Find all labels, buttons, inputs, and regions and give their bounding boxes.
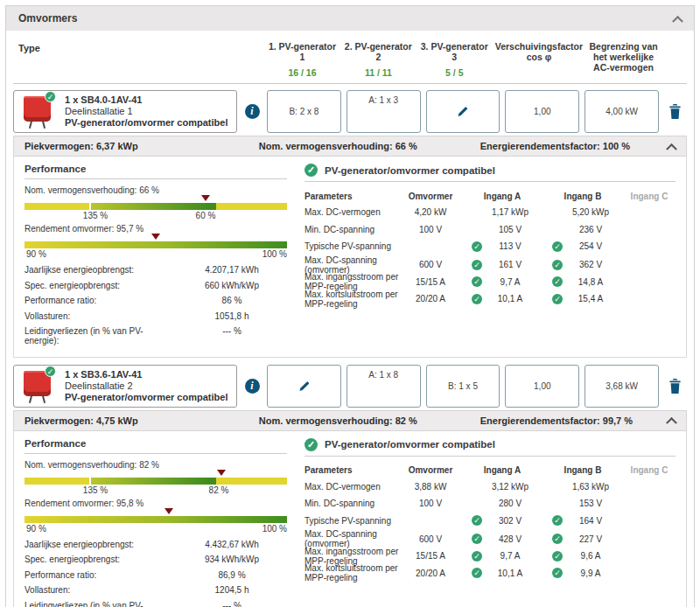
check-icon: ✓ [304,438,318,451]
parameters-table-header: Parameters Omvormer Ingang A Ingang B In… [304,463,676,478]
delete-icon[interactable] [668,379,682,394]
inverter-image: ✓ [19,94,56,129]
stat-row: Vollasturen:1204,5 h [24,585,287,595]
compatible-check-icon: ✓ [45,91,56,102]
param-row: Max. DC-spanning (omvormer) 600 V ✓428 V… [304,529,676,547]
peak-power: Piekvermogen: 4,75 kWp [24,415,259,426]
performance-stats: Jaarlijkse energieopbrengst:4.432,67 kWh… [24,540,287,607]
inverter-2-device[interactable]: ✓ 1 x SB3.6-1AV-41 Deelinstallatie 2 PV-… [13,365,237,408]
type-column-header: Type [13,41,237,78]
inverter-2-gen3-config[interactable]: B: 1 x 5 [426,365,500,408]
info-icon[interactable]: i [245,379,260,394]
inverter-row-2: ✓ 1 x SB3.6-1AV-41 Deelinstallatie 2 PV-… [13,365,687,408]
gauge-tick: 90 % [26,249,46,259]
collapse-chevron-icon[interactable] [672,15,683,26]
omvormers-panel: Omvormers Type 1. PV-generator 1 16 / 16… [5,5,695,607]
check-icon: ✓ [472,241,482,252]
inverter-name: 1 x SB4.0-1AV-41 [65,94,228,106]
inverter-2-gen2-config[interactable]: A: 1 x 8 [346,365,421,408]
pv-generator-1-header: 1. PV-generator 1 16 / 16 [267,41,338,78]
inverter-2-summary-bar: Piekvermogen: 4,75 kWp Nom. vermogensver… [13,410,687,431]
ac-limit-header: Begrenzing van het werkelijke AC-vermoge… [588,41,659,78]
gauge-tick: 60 % [196,211,216,220]
inverter-2-ac-limit[interactable]: 3,68 kW [584,365,659,408]
subinstallation-label: Deelinstallatie 1 [65,106,228,117]
check-icon: ✓ [472,294,482,304]
check-icon: ✓ [552,241,563,252]
check-icon: ✓ [472,568,482,578]
check-icon: ✓ [472,276,482,287]
check-icon: ✓ [552,515,563,526]
nominal-power-ratio: Nom. vermogensverhouding: 66 % [259,141,480,151]
inverter-1-device[interactable]: ✓ 1 x SB4.0-1AV-41 Deelinstallatie 1 PV-… [13,90,237,133]
stat-row: Jaarlijkse energieopbrengst:4.432,67 kWh [24,540,287,549]
stat-row: Spec. energieopbrengst:660 kWh/kWp [24,281,287,290]
stat-row: Leidingverliezen (in % van PV-energie):-… [24,601,287,607]
check-icon: ✓ [472,551,482,562]
peak-power: Piekvermogen: 6,37 kWp [24,141,259,151]
gauge-tick: 135 % [83,211,108,220]
performance-title: Performance [24,438,287,454]
inverter-1-ac-limit[interactable]: 4,00 kW [584,90,659,133]
nominal-ratio-gauge: Nom. vermogensverhouding: 82 % 135 % 82 … [24,460,287,496]
inverter-row-1: ✓ 1 x SB4.0-1AV-41 Deelinstallatie 1 PV-… [13,90,687,133]
performance-stats: Jaarlijkse energieopbrengst:4.207,17 kWh… [24,265,287,345]
param-row: Max. kortsluitstroom per MPP-regeling 20… [304,290,676,307]
pv-generator-2-count: 11 / 11 [343,67,414,78]
pv-generator-3-header: 3. PV-generator 3 5 / 5 [419,41,490,78]
stat-row: Vollasturen:1051,8 h [24,311,287,321]
column-header-row: Type 1. PV-generator 1 16 / 16 2. PV-gen… [13,41,687,78]
stat-row: Jaarlijkse energieopbrengst:4.207,17 kWh [24,265,287,275]
collapse-chevron-icon[interactable] [666,143,677,154]
parameters-table-header: Parameters Omvormer Ingang A Ingang B In… [304,188,676,204]
inverter-1-gen1-config[interactable]: B: 2 x 8 [267,90,341,133]
check-icon: ✓ [552,568,563,578]
subinstallation-label: Deelinstallatie 2 [65,380,228,392]
edit-icon [298,380,311,393]
inverter-efficiency-gauge: Rendement omvormer: 95,7 % 90 % 100 % [24,224,287,260]
inverter-image: ✓ [19,368,56,404]
gauge-tick: 135 % [83,485,108,495]
panel-title: Omvormers [18,12,77,24]
delete-icon[interactable] [668,104,682,119]
inverter-efficiency-gauge: Rendement omvormer: 95,8 % 90 % 100 % [24,499,287,534]
check-icon: ✓ [552,551,563,562]
param-row: Max. ingangsstroom per MPP-regeling 15/1… [304,272,676,290]
pv-generator-1-count: 16 / 16 [267,67,338,78]
inverter-1-detail-panel: Performance Nom. vermogensverhouding: 66… [13,157,687,358]
stat-row: Leidingverliezen (in % van PV-energie):-… [24,326,287,345]
nominal-power-ratio: Nom. vermogensverhouding: 82 % [259,415,480,426]
parameters-table: Parameters Omvormer Ingang A Ingang B In… [304,463,676,581]
param-row: Max. DC-vermogen 4,20 kW ✓1,17 kWp ✓5,20… [304,204,676,221]
collapse-chevron-icon[interactable] [666,417,677,429]
compatibility-title: ✓ PV-generator/omvormer compatibel [304,438,676,457]
stat-row: Performance ratio:86 % [24,296,287,305]
param-row: Max. DC-vermogen 3,88 kW ✓3,12 kWp ✓1,63… [304,478,676,496]
header-divider [13,83,687,84]
gauge-marker-icon [164,508,173,519]
gauge-tick: 100 % [262,524,287,534]
compatibility-label: PV-generator/omvormer compatibel [65,117,228,129]
gauge-tick: 100 % [262,249,287,259]
param-row: Typische PV-spanning ✓302 V ✓164 V [304,513,676,530]
edit-icon [456,105,469,118]
check-icon: ✓ [472,260,482,270]
inverter-1-gen2-config[interactable]: A: 1 x 3 [346,90,421,133]
inverter-1-gen3-config[interactable] [426,90,500,133]
compatibility-label: PV-generator/omvormer compatibel [65,392,228,403]
gauge-tick: 90 % [26,524,46,534]
inverter-2-cosphi[interactable]: 1,00 [505,365,579,408]
check-icon: ✓ [552,534,563,544]
pv-generator-3-count: 5 / 5 [419,67,490,78]
inverter-2-gen1-config[interactable] [267,365,341,408]
info-icon[interactable]: i [245,104,260,119]
panel-body: Type 1. PV-generator 1 16 / 16 2. PV-gen… [6,31,694,607]
inverter-1-cosphi[interactable]: 1,00 [505,90,579,133]
pv-generator-2-header: 2. PV-generator 2 11 / 11 [343,41,414,78]
check-icon: ✓ [552,294,563,304]
gauge-tick: 82 % [209,485,229,495]
energy-yield-factor: Energierendementsfactor: 100 % [480,141,668,151]
parameters-section: ✓ PV-generator/omvormer compatibel Param… [304,438,676,607]
performance-section: Performance Nom. vermogensverhouding: 82… [24,438,287,607]
inverter-1-summary-bar: Piekvermogen: 6,37 kWp Nom. vermogensver… [13,136,687,157]
